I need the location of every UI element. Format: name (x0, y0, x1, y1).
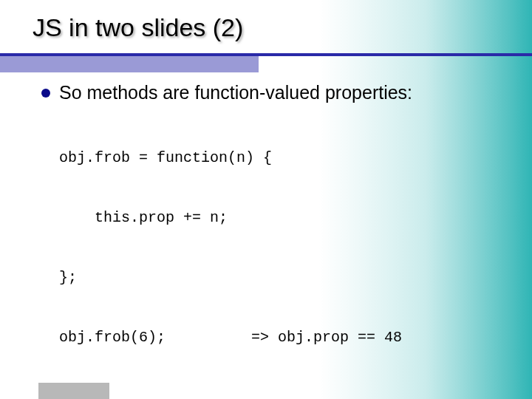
code-block: obj.frob = function(n) { this.prop += n;… (59, 108, 502, 387)
slide-title: JS in two slides (2) (0, 0, 532, 42)
code-right (251, 148, 502, 168)
title-accent-block (0, 56, 259, 72)
bullet-text: So methods are function-valued propertie… (59, 82, 412, 103)
footer-accent-block (38, 383, 109, 399)
slide: JS in two slides (2) So methods are func… (0, 0, 532, 399)
code-line: this.prop += n; (59, 208, 502, 228)
content-area: So methods are function-valued propertie… (0, 42, 532, 399)
code-right: => obj.prop == 48 (251, 327, 502, 347)
code-line: }; (59, 267, 502, 287)
code-left: obj.frob = function(n) { (59, 148, 251, 168)
code-line: obj.frob = function(n) { (59, 148, 502, 168)
bullet-icon (41, 89, 50, 98)
code-left: obj.frob(6); (59, 327, 251, 347)
code-right (251, 208, 502, 228)
code-left: this.prop += n; (59, 208, 251, 228)
bullet-item: So methods are function-valued propertie… (41, 82, 502, 103)
code-right (251, 267, 502, 287)
code-line: obj.frob(6);=> obj.prop == 48 (59, 327, 502, 347)
code-left: }; (59, 267, 251, 287)
